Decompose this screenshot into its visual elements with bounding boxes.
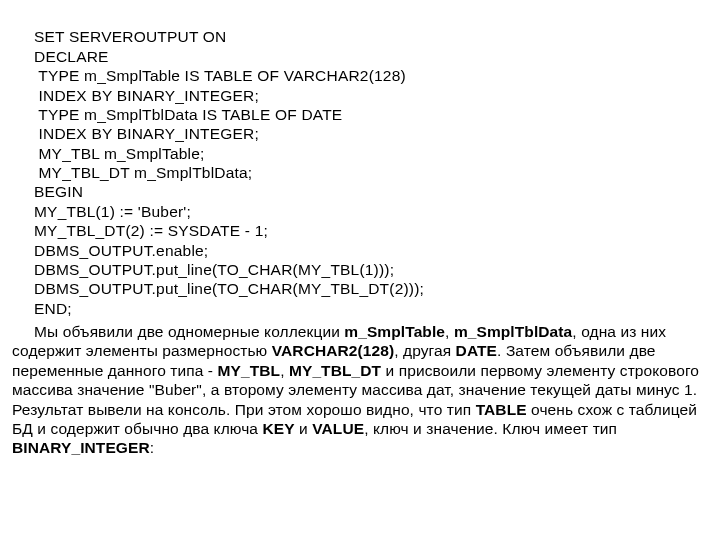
prose-bold: VALUE bbox=[312, 420, 364, 437]
prose-bold: DATE bbox=[456, 342, 497, 359]
prose-bold: KEY bbox=[262, 420, 294, 437]
prose-bold: MY_TBL_DT bbox=[289, 362, 381, 379]
prose-bold: m_SmplTblData bbox=[454, 323, 572, 340]
code-line: BEGIN bbox=[34, 183, 83, 200]
prose-bold: m_SmplTable bbox=[344, 323, 445, 340]
explanation-paragraph: Мы объявили две одномерные коллекции m_S… bbox=[12, 322, 708, 458]
code-line: INDEX BY BINARY_INTEGER; bbox=[34, 87, 259, 104]
prose-text: : bbox=[150, 439, 154, 456]
code-line: MY_TBL_DT m_SmplTblData; bbox=[34, 164, 252, 181]
code-line: MY_TBL m_SmplTable; bbox=[34, 145, 205, 162]
prose-bold: BINARY_INTEGER bbox=[12, 439, 150, 456]
prose-text: , bbox=[445, 323, 454, 340]
prose-bold: TABLE bbox=[476, 401, 527, 418]
prose-text: , другая bbox=[394, 342, 455, 359]
prose-bold: MY_TBL bbox=[218, 362, 281, 379]
code-line: TYPE m_SmplTable IS TABLE OF VARCHAR2(12… bbox=[34, 67, 406, 84]
prose-bold: VARCHAR2(128) bbox=[272, 342, 394, 359]
code-line: INDEX BY BINARY_INTEGER; bbox=[34, 125, 259, 142]
code-block: SET SERVEROUTPUT ON DECLARE TYPE m_SmplT… bbox=[34, 8, 708, 318]
code-line: MY_TBL(1) := 'Buber'; bbox=[34, 203, 191, 220]
code-line: SET SERVEROUTPUT ON bbox=[34, 28, 226, 45]
code-line: END; bbox=[34, 300, 72, 317]
prose-text: , ключ и значение. Ключ имеет тип bbox=[364, 420, 617, 437]
code-line: DECLARE bbox=[34, 48, 109, 65]
code-line: DBMS_OUTPUT.enable; bbox=[34, 242, 208, 259]
code-line: TYPE m_SmplTblData IS TABLE OF DATE bbox=[34, 106, 342, 123]
prose-text: и bbox=[295, 420, 313, 437]
code-line: DBMS_OUTPUT.put_line(TO_CHAR(MY_TBL_DT(2… bbox=[34, 280, 424, 297]
code-line: DBMS_OUTPUT.put_line(TO_CHAR(MY_TBL(1)))… bbox=[34, 261, 394, 278]
code-line: MY_TBL_DT(2) := SYSDATE - 1; bbox=[34, 222, 268, 239]
prose-text: , bbox=[280, 362, 289, 379]
prose-text: Мы объявили две одномерные коллекции bbox=[34, 323, 344, 340]
